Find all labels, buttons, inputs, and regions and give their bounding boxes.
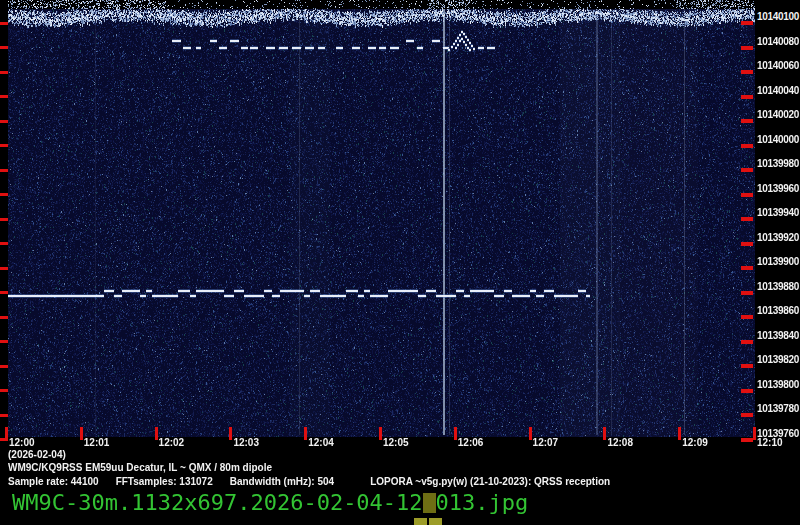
freq-label: 10140060	[757, 60, 799, 71]
freq-label: 10139880	[757, 281, 799, 292]
freq-tick-left	[0, 242, 8, 245]
time-label: 12:01	[84, 437, 110, 448]
freq-tick-left	[0, 71, 8, 74]
time-tick	[5, 427, 8, 440]
freq-tick-right	[741, 168, 753, 172]
time-label: 12:08	[607, 437, 633, 448]
freq-label: 10140100	[757, 11, 799, 22]
time-tick	[304, 427, 307, 440]
freq-tick-left	[0, 46, 8, 49]
time-label: 12:00	[9, 437, 35, 448]
freq-tick-right	[741, 144, 753, 148]
freq-tick-left	[0, 169, 8, 172]
freq-tick-right	[741, 438, 753, 442]
time-label: 12:10	[757, 437, 783, 448]
time-tick	[379, 427, 382, 440]
time-label: 12:05	[383, 437, 409, 448]
freq-tick-left	[0, 22, 8, 25]
freq-tick-right	[741, 242, 753, 246]
freq-tick-right	[741, 46, 753, 50]
time-label: 12:09	[682, 437, 708, 448]
settings-segment: FFTsamples: 131072	[116, 476, 213, 487]
time-tick	[678, 427, 681, 440]
freq-tick-right	[741, 193, 753, 197]
freq-tick-right	[741, 266, 753, 270]
freq-tick-right	[741, 21, 753, 25]
time-tick	[529, 427, 532, 440]
time-label: 12:02	[159, 437, 185, 448]
freq-tick-left	[0, 389, 8, 392]
time-tick	[155, 427, 158, 440]
freq-tick-left	[0, 340, 8, 343]
freq-tick-left	[0, 218, 8, 221]
freq-tick-left	[0, 316, 8, 319]
freq-label: 10139860	[757, 305, 799, 316]
freq-label: 10140020	[757, 109, 799, 120]
time-label: 12:04	[308, 437, 334, 448]
time-label: 12:06	[458, 437, 484, 448]
freq-tick-right	[741, 315, 753, 319]
settings-segment: Sample rate: 44100	[8, 476, 99, 487]
freq-tick-left	[0, 120, 8, 123]
freq-tick-left	[0, 414, 8, 417]
time-tick	[454, 427, 457, 440]
settings-segment: LOPORA ~v5g.py(w) (21-10-2023): QRSS rec…	[370, 476, 610, 487]
freq-tick-left	[0, 144, 8, 147]
freq-label: 10140000	[757, 134, 799, 145]
freq-label: 10139920	[757, 232, 799, 243]
freq-label: 10140080	[757, 36, 799, 47]
time-tick	[753, 427, 756, 440]
freq-label: 10139780	[757, 403, 799, 414]
freq-label: 10139940	[757, 207, 799, 218]
freq-tick-right	[741, 340, 753, 344]
freq-tick-right	[741, 413, 753, 417]
time-tick	[229, 427, 232, 440]
cursor-underline-block-2	[429, 518, 442, 525]
spectrogram-canvas	[8, 0, 755, 437]
settings-info-line: Sample rate: 44100FFTsamples: 131072Band…	[8, 476, 610, 487]
freq-tick-left	[0, 291, 8, 294]
freq-tick-right	[741, 70, 753, 74]
freq-tick-right	[741, 95, 753, 99]
filename-text-after-cursor: 013.jpg	[436, 490, 529, 515]
terminal-filename-line: WM9C-30m.1132x697.2026-02-04-12013.jpg	[12, 491, 528, 515]
filename-text-before-cursor: WM9C-30m.1132x697.2026-02-04-12	[12, 490, 423, 515]
freq-label: 10139960	[757, 183, 799, 194]
freq-tick-right	[741, 217, 753, 221]
time-label: 12:03	[233, 437, 259, 448]
cursor-underline-block	[414, 518, 427, 525]
freq-tick-left	[0, 193, 8, 196]
station-info-line: WM9C/KQ9RSS EM59uu Decatur, IL ~ QMX / 8…	[8, 462, 272, 473]
freq-tick-left	[0, 95, 8, 98]
freq-tick-right	[741, 291, 753, 295]
settings-segment: Bandwidth (mHz): 504	[230, 476, 334, 487]
terminal-cursor-block	[423, 493, 436, 513]
freq-label: 10139840	[757, 330, 799, 341]
freq-label: 10139820	[757, 354, 799, 365]
time-tick	[603, 427, 606, 440]
freq-tick-left	[0, 267, 8, 270]
freq-tick-right	[741, 389, 753, 393]
freq-label: 10139900	[757, 256, 799, 267]
qrss-grabber-screenshot: 1014010010140080101400601014004010140020…	[0, 0, 800, 525]
freq-tick-right	[741, 364, 753, 368]
freq-tick-left	[0, 365, 8, 368]
freq-label: 10140040	[757, 85, 799, 96]
freq-tick-right	[741, 119, 753, 123]
date-label: (2026-02-04)	[8, 449, 66, 460]
time-label: 12:07	[533, 437, 559, 448]
freq-label: 10139980	[757, 158, 799, 169]
freq-label: 10139800	[757, 379, 799, 390]
time-tick	[80, 427, 83, 440]
